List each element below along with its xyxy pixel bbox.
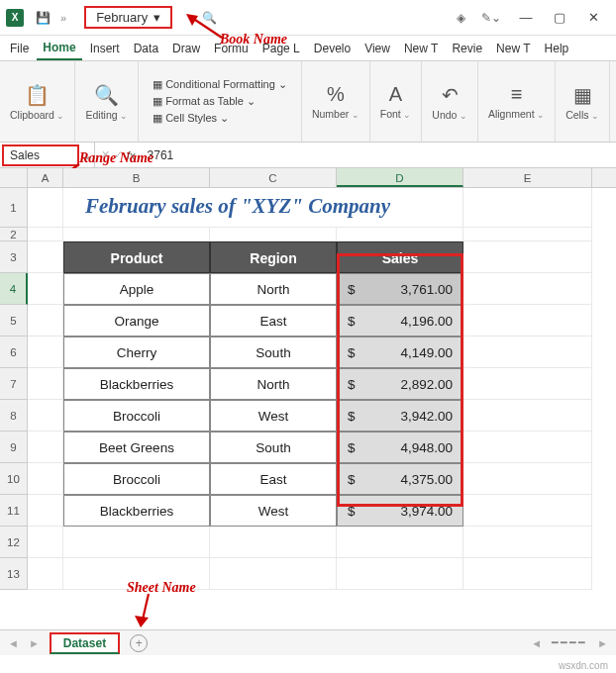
- ribbon-format-table[interactable]: ▦ Format as Table ⌄: [149, 94, 291, 109]
- hscroll-track[interactable]: ━━━━: [552, 636, 587, 649]
- ribbon-editing[interactable]: 🔍 Editing: [75, 61, 139, 142]
- tab-newtab1[interactable]: New T: [398, 38, 444, 59]
- cell[interactable]: [463, 463, 592, 495]
- enter-icon[interactable]: ✓: [114, 148, 123, 161]
- cell-sales[interactable]: $4,948.00: [337, 432, 463, 463]
- row-header-9[interactable]: 9: [0, 432, 28, 463]
- cell[interactable]: [463, 368, 592, 400]
- add-sheet-button[interactable]: +: [130, 634, 148, 652]
- cell-product[interactable]: Blackberries: [63, 368, 210, 400]
- cell-region[interactable]: West: [210, 495, 337, 527]
- cell-product[interactable]: Blackberries: [63, 495, 210, 527]
- cell[interactable]: [63, 558, 210, 590]
- cell-region[interactable]: South: [210, 432, 337, 463]
- tab-review[interactable]: Revie: [446, 38, 488, 59]
- row-header-6[interactable]: 6: [0, 336, 28, 368]
- qat-overflow-icon[interactable]: »: [60, 12, 66, 24]
- cell[interactable]: [337, 228, 463, 241]
- sheet-tab-dataset[interactable]: Dataset: [50, 632, 120, 654]
- tab-data[interactable]: Data: [128, 38, 164, 59]
- fx-icon[interactable]: fx: [127, 149, 136, 161]
- cell[interactable]: [28, 336, 63, 368]
- cell[interactable]: [463, 400, 592, 432]
- maximize-button[interactable]: ▢: [543, 10, 576, 25]
- row-header-10[interactable]: 10: [0, 463, 28, 495]
- tab-draw[interactable]: Draw: [166, 38, 206, 59]
- cell[interactable]: [463, 241, 592, 273]
- cell[interactable]: [28, 273, 63, 305]
- save-icon[interactable]: 💾: [36, 11, 51, 25]
- cell-sales[interactable]: $4,149.00: [337, 336, 463, 368]
- select-all-triangle[interactable]: [0, 168, 28, 187]
- cell[interactable]: [463, 305, 592, 336]
- sheet-nav-next-icon[interactable]: ►: [29, 637, 40, 649]
- cell[interactable]: [463, 558, 592, 590]
- tab-help[interactable]: Help: [539, 38, 575, 59]
- cell[interactable]: [28, 241, 63, 273]
- row-header-7[interactable]: 7: [0, 368, 28, 400]
- excel-app-icon[interactable]: X: [6, 9, 24, 27]
- diamond-icon[interactable]: ◈: [457, 11, 465, 25]
- tab-view[interactable]: View: [359, 38, 396, 59]
- cell[interactable]: [210, 558, 337, 590]
- cell[interactable]: [28, 368, 63, 400]
- row-header-8[interactable]: 8: [0, 400, 28, 432]
- col-header-a[interactable]: A: [28, 168, 63, 187]
- row-header-3[interactable]: 3: [0, 241, 28, 273]
- cell[interactable]: [337, 558, 463, 590]
- minimize-button[interactable]: —: [509, 10, 543, 25]
- cell[interactable]: [463, 188, 592, 228]
- title-cell[interactable]: February sales of "XYZ" Company: [63, 188, 463, 228]
- hscroll-right-icon[interactable]: ►: [597, 637, 608, 649]
- cell[interactable]: [28, 463, 63, 495]
- cell-region[interactable]: South: [210, 336, 337, 368]
- cell[interactable]: [463, 273, 592, 305]
- cell-product[interactable]: Apple: [63, 273, 210, 305]
- cell-sales[interactable]: $3,761.00: [337, 273, 463, 305]
- cell-sales[interactable]: $4,375.00: [337, 463, 463, 495]
- search-icon[interactable]: 🔍: [202, 11, 217, 25]
- ribbon-undo[interactable]: ↶ Undo: [422, 61, 478, 142]
- cell[interactable]: [63, 527, 210, 558]
- cell-region[interactable]: North: [210, 273, 337, 305]
- ribbon-cond-format[interactable]: ▦ Conditional Formatting ⌄: [149, 77, 291, 92]
- header-product[interactable]: Product: [63, 241, 210, 273]
- cell-product[interactable]: Broccoli: [63, 400, 210, 432]
- tab-file[interactable]: File: [4, 38, 35, 59]
- cell-product[interactable]: Orange: [63, 305, 210, 336]
- row-header-1[interactable]: 1: [0, 188, 28, 228]
- tab-home[interactable]: Home: [37, 37, 81, 60]
- col-header-d[interactable]: D: [337, 168, 463, 187]
- ribbon-number[interactable]: % Number: [302, 61, 370, 142]
- row-header-13[interactable]: 13: [0, 558, 28, 590]
- ribbon-cell-styles[interactable]: ▦ Cell Styles ⌄: [149, 111, 291, 126]
- name-box-dropdown[interactable]: ⌄: [79, 143, 95, 167]
- cell[interactable]: [28, 305, 63, 336]
- header-region[interactable]: Region: [210, 241, 337, 273]
- cell-product[interactable]: Cherry: [63, 336, 210, 368]
- formula-bar[interactable]: 3761: [142, 148, 616, 162]
- cell[interactable]: [28, 228, 63, 241]
- cell-sales[interactable]: $3,942.00: [337, 400, 463, 432]
- close-button[interactable]: ✕: [576, 10, 610, 25]
- row-header-11[interactable]: 11: [0, 495, 28, 527]
- cancel-icon[interactable]: ✕: [101, 148, 110, 161]
- ribbon-alignment[interactable]: ≡ Alignment: [478, 61, 556, 142]
- tab-developer[interactable]: Develo: [308, 38, 357, 59]
- cell[interactable]: [210, 228, 337, 241]
- col-header-e[interactable]: E: [463, 168, 592, 187]
- cell-region[interactable]: East: [210, 305, 337, 336]
- tab-formulas[interactable]: Formu: [208, 38, 255, 59]
- cell[interactable]: [63, 228, 210, 241]
- cell[interactable]: [210, 527, 337, 558]
- cell-sales[interactable]: $4,196.00: [337, 305, 463, 336]
- cell-region[interactable]: West: [210, 400, 337, 432]
- cell[interactable]: [337, 527, 463, 558]
- cell[interactable]: [28, 558, 63, 590]
- row-header-4[interactable]: 4: [0, 273, 28, 305]
- cell-region[interactable]: North: [210, 368, 337, 400]
- tab-pagelayout[interactable]: Page L: [257, 38, 306, 59]
- ribbon-clipboard[interactable]: 📋 Clipboard: [0, 61, 75, 142]
- cell-region[interactable]: East: [210, 463, 337, 495]
- cell[interactable]: [28, 432, 63, 463]
